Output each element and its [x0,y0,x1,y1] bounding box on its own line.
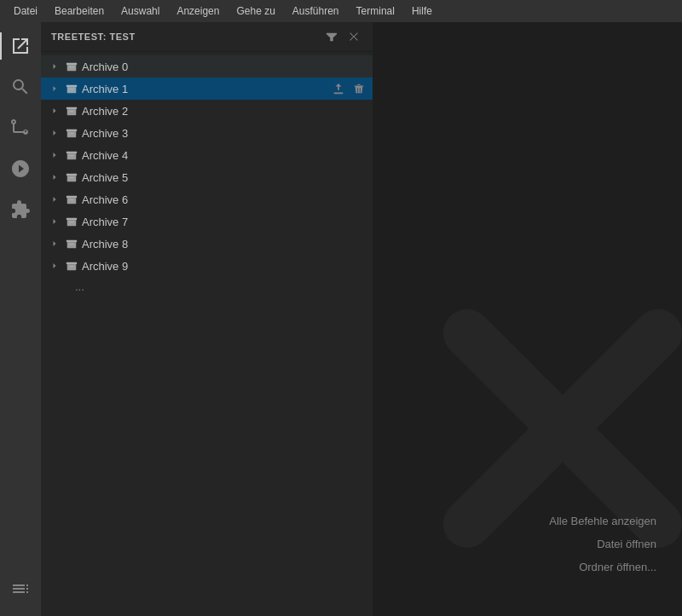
tree-item-label-6: Archive 6 [82,193,128,206]
editor-area: Alle Befehle anzeigen Datei öffnen Ordne… [373,22,682,616]
chevron-icon-0 [48,60,61,73]
editor-actions: Alle Befehle anzeigen Datei öffnen Ordne… [549,515,656,573]
svg-rect-6 [66,107,77,110]
tree-item-archive-4[interactable]: Archive 4 [41,144,373,166]
svg-rect-1 [67,65,77,71]
tree-item-label-4: Archive 4 [82,149,128,162]
upload-icon-1[interactable] [330,80,347,97]
tree-item-label-7: Archive 7 [82,216,128,228]
panel-actions [323,28,362,45]
chevron-icon-7 [48,215,61,228]
activity-outline[interactable] [0,568,41,609]
svg-rect-13 [67,153,77,159]
svg-rect-26 [69,244,73,245]
svg-rect-24 [66,240,77,243]
activity-explorer[interactable] [0,26,41,66]
archive-file-icon-3 [65,126,78,140]
archive-file-icon-9 [65,259,78,273]
chevron-icon-3 [48,126,61,140]
tree-item-label-0: Archive 0 [82,60,128,73]
svg-rect-17 [69,177,73,178]
svg-rect-7 [67,109,77,115]
menu-view[interactable]: Anzeigen [170,3,226,19]
menubar: Datei Bearbeiten Auswahl Anzeigen Gehe z… [0,0,682,22]
tree-item-label-8: Archive 8 [82,238,128,250]
chevron-icon-5 [48,170,61,184]
archive-file-icon-7 [65,215,78,228]
open-file-button[interactable]: Datei öffnen [597,538,656,550]
show-commands-button[interactable]: Alle Befehle anzeigen [549,515,656,527]
activity-source-control[interactable] [0,107,41,148]
svg-rect-25 [67,242,77,248]
chevron-icon-1 [48,82,61,95]
svg-rect-18 [66,196,77,199]
svg-rect-29 [69,266,73,267]
svg-rect-28 [67,264,77,270]
svg-rect-8 [69,111,73,112]
chevron-icon-8 [48,237,61,250]
archive-file-icon-8 [65,237,78,250]
tree-item-archive-1[interactable]: Archive 1 [41,78,373,100]
tree-item-archive-9[interactable]: Archive 9 [41,255,373,277]
svg-rect-14 [69,155,73,156]
menu-help[interactable]: Hilfe [405,3,439,19]
chevron-icon-2 [48,104,61,118]
delete-icon-1[interactable] [350,80,367,97]
menu-terminal[interactable]: Terminal [350,3,402,19]
activity-search[interactable] [0,66,41,107]
menu-file[interactable]: Datei [7,3,44,19]
svg-rect-19 [67,198,77,204]
tree-item-label-2: Archive 2 [82,105,128,118]
tree-item-label-5: Archive 5 [82,171,128,184]
archive-file-icon-4 [65,148,78,162]
tree-item-archive-3[interactable]: Archive 3 [41,122,373,144]
tree-item-archive-5[interactable]: Archive 5 [41,166,373,188]
tree-item-archive-0[interactable]: Archive 0 [41,55,373,78]
archive-file-icon-2 [65,104,78,118]
menu-edit[interactable]: Bearbeiten [48,3,111,19]
tree-ellipsis: ... [41,277,373,296]
main-area: TREETEST: TEST [0,22,682,616]
svg-rect-23 [69,222,73,222]
tree-item-archive-2[interactable]: Archive 2 [41,100,373,122]
activity-extensions[interactable] [0,189,41,230]
filter-button[interactable] [323,28,340,45]
tree-item-label-9: Archive 9 [82,260,128,273]
menu-selection[interactable]: Auswahl [114,3,166,19]
tree-item-archive-6[interactable]: Archive 6 [41,188,373,210]
tree-item-archive-7[interactable]: Archive 7 [41,210,373,233]
activity-bar [0,22,41,616]
watermark-logo [443,309,682,548]
sidebar: TREETEST: TEST [41,22,373,616]
panel-header: TREETEST: TEST [41,22,373,52]
panel-title: TREETEST: TEST [51,32,136,42]
item-actions-1 [330,80,367,97]
svg-rect-3 [66,85,77,88]
svg-rect-12 [66,152,77,154]
menu-goto[interactable]: Gehe zu [229,3,281,19]
chevron-icon-6 [48,193,61,206]
menu-run[interactable]: Ausführen [286,3,346,19]
svg-rect-22 [67,220,77,226]
archive-file-icon-6 [65,193,78,206]
svg-rect-4 [67,87,77,93]
svg-rect-9 [66,130,77,132]
svg-rect-15 [66,174,77,176]
svg-rect-0 [66,63,77,66]
tree-list: Archive 0 [41,52,373,616]
activity-run-debug[interactable] [0,148,41,189]
svg-rect-2 [69,66,73,67]
svg-rect-20 [69,199,73,200]
open-folder-button[interactable]: Ordner öffnen... [579,561,656,573]
chevron-icon-4 [48,148,61,162]
tree-item-archive-8[interactable]: Archive 8 [41,233,373,255]
archive-file-icon-1 [65,82,78,95]
svg-rect-5 [69,89,73,89]
svg-rect-10 [67,131,77,137]
svg-rect-21 [66,218,77,221]
chevron-icon-9 [48,259,61,273]
svg-rect-11 [69,133,73,134]
svg-rect-16 [67,176,77,181]
close-button[interactable] [345,28,362,45]
tree-item-label-1: Archive 1 [82,83,128,95]
